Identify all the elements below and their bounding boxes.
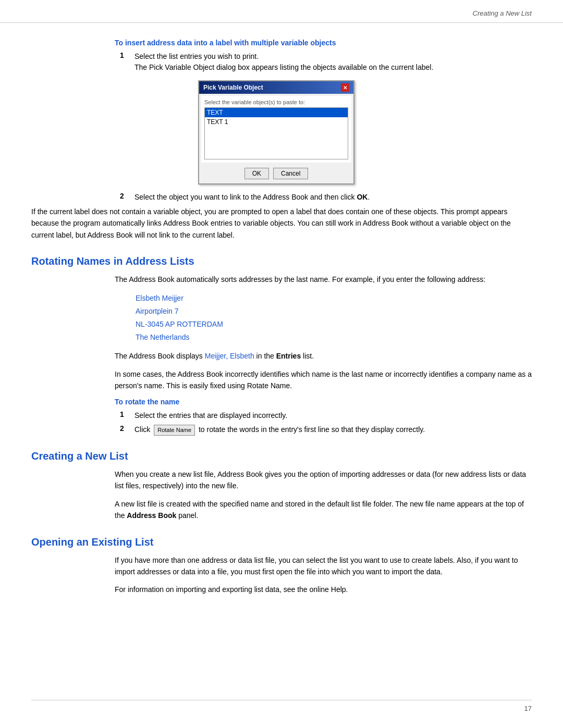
rotating-para2-name: Meijjer, Elsbeth: [205, 352, 254, 360]
step-2-content: Select the object you want to link to th…: [134, 192, 532, 203]
step-1-number: 1: [120, 51, 134, 73]
body-para-1: If the current label does not contain a …: [31, 206, 532, 241]
rotate-step-1-number: 1: [120, 410, 134, 421]
rotating-para2-middle: in the: [254, 352, 276, 360]
step-2-prefix: Select the object you want to link to th…: [134, 193, 357, 201]
rotate-name-button[interactable]: Rotate Name: [154, 425, 195, 436]
step-1: 1 Select the list entries you wish to pr…: [120, 51, 532, 73]
step-2: 2 Select the object you want to link to …: [120, 192, 532, 203]
dialog-footer: OK Cancel: [199, 165, 353, 183]
address-example: Elsbeth Meijjer Airportplein 7 NL-3045 A…: [136, 292, 532, 344]
step-1-sub: The Pick Variable Object dialog box appe…: [134, 63, 433, 71]
step-1-content: Select the list entries you wish to prin…: [134, 51, 532, 73]
rotating-para2-prefix: The Address Book displays: [115, 352, 205, 360]
creating-para2: A new list file is created with the spec…: [115, 498, 532, 522]
rotate-step-2: 2 Click Rotate Name to rotate the words …: [120, 424, 532, 436]
rotate-step-1: 1 Select the entries that are displayed …: [120, 410, 532, 421]
rotate-step-2-prefix: Click: [134, 425, 152, 434]
opening-title: Opening an Existing List: [31, 536, 532, 548]
rotating-section: Rotating Names in Address Lists The Addr…: [31, 255, 532, 436]
rotate-step-2-number: 2: [120, 424, 134, 436]
dialog-close-button[interactable]: ✕: [341, 83, 349, 92]
rotate-step-1-content: Select the entries that are displayed in…: [134, 410, 532, 421]
page-number: 17: [524, 705, 532, 712]
insert-heading: To insert address data into a label with…: [115, 39, 532, 47]
dialog-body: Select the variable object(s) to paste t…: [201, 96, 351, 163]
creating-para2-bold: Address Book: [127, 511, 176, 520]
dialog-instruction: Select the variable object(s) to paste t…: [204, 99, 348, 105]
dialog-list-item-text1[interactable]: TEXT 1: [205, 117, 348, 127]
rotate-step-2-content: Click Rotate Name to rotate the words in…: [134, 424, 532, 436]
page: Creating a New List To insert address da…: [0, 0, 563, 728]
dialog-cancel-button[interactable]: Cancel: [273, 168, 308, 179]
dialog-titlebar: Pick Variable Object ✕: [199, 81, 353, 94]
opening-section: Opening an Existing List If you have mor…: [31, 536, 532, 596]
dialog-list[interactable]: TEXT TEXT 1: [204, 107, 348, 159]
creating-title: Creating a New List: [31, 450, 532, 462]
address-line2: Airportplein 7: [136, 305, 532, 318]
rotating-para2-suffix: list.: [301, 352, 314, 360]
rotating-para2: The Address Book displays Meijjer, Elsbe…: [115, 350, 532, 362]
content-area: To insert address data into a label with…: [0, 23, 563, 623]
creating-section: Creating a New List When you create a ne…: [31, 450, 532, 522]
rotate-heading: To rotate the name: [115, 398, 532, 406]
dialog-title: Pick Variable Object: [203, 84, 263, 91]
address-line1: Elsbeth Meijjer: [136, 292, 532, 305]
creating-para1: When you create a new list file, Address…: [115, 468, 532, 492]
rotating-title: Rotating Names in Address Lists: [31, 255, 532, 267]
rotating-para2-bold: Entries: [276, 352, 301, 360]
rotate-step-2-suffix: to rotate the words in the entry's first…: [197, 425, 425, 434]
creating-para2-suffix: panel.: [176, 511, 198, 520]
step-2-number: 2: [120, 192, 134, 203]
step-2-ok: OK: [357, 193, 368, 201]
page-footer: 17: [31, 700, 532, 712]
rotating-para3: In some cases, the Address Book incorrec…: [115, 368, 532, 392]
step-2-suffix: .: [368, 193, 370, 201]
insert-section: To insert address data into a label with…: [115, 39, 532, 203]
dialog-ok-button[interactable]: OK: [244, 168, 269, 179]
address-line4: The Netherlands: [136, 331, 532, 344]
rotate-subsection: To rotate the name 1 Select the entries …: [115, 398, 532, 436]
pick-variable-dialog: Pick Variable Object ✕ Select the variab…: [198, 80, 354, 184]
dialog-list-item-text[interactable]: TEXT: [205, 108, 348, 117]
address-line3: NL-3045 AP ROTTERDAM: [136, 318, 532, 331]
page-header: Creating a New List: [0, 0, 563, 23]
rotating-para1: The Address Book automatically sorts add…: [115, 274, 532, 285]
step-1-text: Select the list entries you wish to prin…: [134, 52, 259, 60]
header-title: Creating a New List: [473, 9, 532, 17]
opening-para1: If you have more than one address or dat…: [115, 554, 532, 578]
opening-para2: For information on importing and exporti…: [115, 584, 532, 595]
